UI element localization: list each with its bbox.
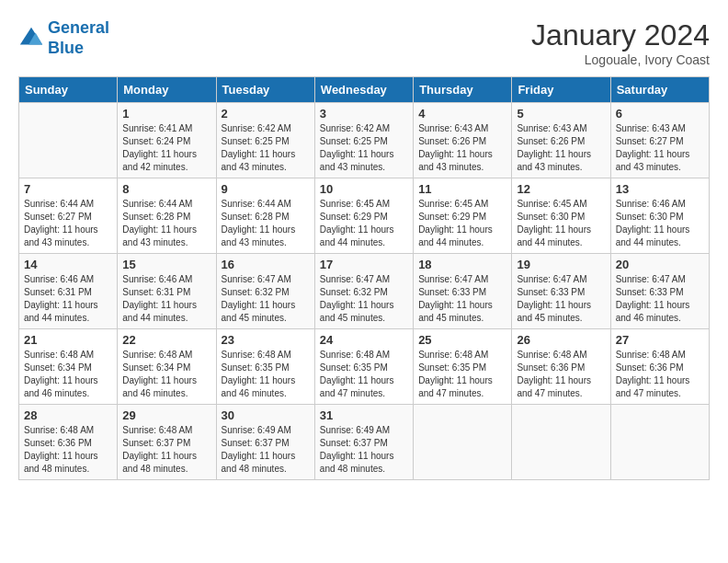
day-info: Sunrise: 6:42 AMSunset: 6:25 PMDaylight:…	[320, 122, 408, 174]
day-info: Sunrise: 6:48 AMSunset: 6:35 PMDaylight:…	[320, 349, 408, 400]
day-info: Sunrise: 6:49 AMSunset: 6:37 PMDaylight:…	[222, 424, 310, 476]
day-number: 15	[122, 258, 210, 271]
day-info: Sunrise: 6:45 AMSunset: 6:29 PMDaylight:…	[418, 198, 506, 249]
day-number: 19	[517, 258, 605, 271]
day-info: Sunrise: 6:48 AMSunset: 6:35 PMDaylight:…	[418, 349, 506, 400]
calendar-cell: 13Sunrise: 6:46 AMSunset: 6:30 PMDayligh…	[610, 178, 709, 254]
day-number: 23	[222, 333, 310, 347]
day-info: Sunrise: 6:47 AMSunset: 6:32 PMDaylight:…	[222, 273, 310, 325]
day-info: Sunrise: 6:48 AMSunset: 6:34 PMDaylight:…	[122, 349, 210, 400]
day-number: 28	[24, 408, 112, 422]
calendar-cell: 3Sunrise: 6:42 AMSunset: 6:25 PMDaylight…	[314, 103, 413, 178]
calendar-cell: 25Sunrise: 6:48 AMSunset: 6:35 PMDayligh…	[414, 329, 512, 405]
calendar-week-2: 7Sunrise: 6:44 AMSunset: 6:27 PMDaylight…	[19, 178, 710, 254]
weekday-header-row: SundayMondayTuesdayWednesdayThursdayFrid…	[19, 77, 710, 103]
day-info: Sunrise: 6:48 AMSunset: 6:36 PMDaylight:…	[616, 349, 704, 400]
day-info: Sunrise: 6:46 AMSunset: 6:31 PMDaylight:…	[24, 273, 112, 325]
day-info: Sunrise: 6:43 AMSunset: 6:26 PMDaylight:…	[517, 122, 605, 174]
day-info: Sunrise: 6:42 AMSunset: 6:25 PMDaylight:…	[222, 122, 310, 174]
weekday-header-monday: Monday	[118, 77, 216, 103]
page-header: General Blue January 2024 Logouale, Ivor…	[18, 18, 710, 67]
calendar-cell	[414, 405, 512, 480]
day-number: 18	[418, 258, 506, 271]
calendar-cell: 17Sunrise: 6:47 AMSunset: 6:32 PMDayligh…	[314, 254, 413, 329]
weekday-header-friday: Friday	[512, 77, 610, 103]
day-number: 17	[320, 258, 408, 271]
day-info: Sunrise: 6:43 AMSunset: 6:26 PMDaylight:…	[418, 122, 506, 174]
calendar-cell: 19Sunrise: 6:47 AMSunset: 6:33 PMDayligh…	[512, 254, 610, 329]
day-info: Sunrise: 6:47 AMSunset: 6:33 PMDaylight:…	[517, 273, 605, 325]
day-info: Sunrise: 6:43 AMSunset: 6:27 PMDaylight:…	[616, 122, 704, 174]
day-number: 31	[320, 408, 408, 422]
day-info: Sunrise: 6:45 AMSunset: 6:29 PMDaylight:…	[320, 198, 408, 249]
day-number: 10	[320, 182, 408, 196]
day-info: Sunrise: 6:44 AMSunset: 6:28 PMDaylight:…	[122, 198, 210, 249]
day-number: 7	[24, 182, 112, 196]
calendar-cell: 2Sunrise: 6:42 AMSunset: 6:25 PMDaylight…	[216, 103, 314, 178]
day-info: Sunrise: 6:48 AMSunset: 6:35 PMDaylight:…	[222, 349, 310, 400]
day-number: 30	[222, 408, 310, 422]
calendar-cell: 8Sunrise: 6:44 AMSunset: 6:28 PMDaylight…	[118, 178, 216, 254]
calendar-table: SundayMondayTuesdayWednesdayThursdayFrid…	[18, 76, 710, 480]
day-number: 12	[517, 182, 605, 196]
calendar-cell: 6Sunrise: 6:43 AMSunset: 6:27 PMDaylight…	[610, 103, 709, 178]
calendar-cell: 27Sunrise: 6:48 AMSunset: 6:36 PMDayligh…	[610, 329, 709, 405]
calendar-cell: 16Sunrise: 6:47 AMSunset: 6:32 PMDayligh…	[216, 254, 314, 329]
calendar-cell: 21Sunrise: 6:48 AMSunset: 6:34 PMDayligh…	[19, 329, 118, 405]
calendar-cell: 12Sunrise: 6:45 AMSunset: 6:30 PMDayligh…	[512, 178, 610, 254]
calendar-cell: 22Sunrise: 6:48 AMSunset: 6:34 PMDayligh…	[118, 329, 216, 405]
day-number: 22	[122, 333, 210, 347]
calendar-cell	[19, 103, 118, 178]
calendar-cell: 14Sunrise: 6:46 AMSunset: 6:31 PMDayligh…	[19, 254, 118, 329]
calendar-week-1: 1Sunrise: 6:41 AMSunset: 6:24 PMDaylight…	[19, 103, 710, 178]
weekday-header-tuesday: Tuesday	[216, 77, 314, 103]
calendar-cell: 15Sunrise: 6:46 AMSunset: 6:31 PMDayligh…	[118, 254, 216, 329]
day-number: 3	[320, 107, 408, 121]
day-info: Sunrise: 6:48 AMSunset: 6:34 PMDaylight:…	[24, 349, 112, 400]
day-info: Sunrise: 6:48 AMSunset: 6:36 PMDaylight:…	[517, 349, 605, 400]
day-info: Sunrise: 6:45 AMSunset: 6:30 PMDaylight:…	[517, 198, 605, 249]
day-number: 1	[122, 107, 210, 121]
logo-blue: Blue	[48, 39, 84, 57]
calendar-week-3: 14Sunrise: 6:46 AMSunset: 6:31 PMDayligh…	[19, 254, 710, 329]
day-number: 2	[222, 107, 310, 121]
day-info: Sunrise: 6:47 AMSunset: 6:33 PMDaylight:…	[616, 273, 704, 325]
calendar-cell: 9Sunrise: 6:44 AMSunset: 6:28 PMDaylight…	[216, 178, 314, 254]
day-number: 9	[222, 182, 310, 196]
month-title: January 2024	[531, 18, 710, 52]
day-number: 20	[616, 258, 704, 271]
calendar-cell: 28Sunrise: 6:48 AMSunset: 6:36 PMDayligh…	[19, 405, 118, 480]
day-info: Sunrise: 6:48 AMSunset: 6:36 PMDaylight:…	[24, 424, 112, 476]
calendar-cell: 20Sunrise: 6:47 AMSunset: 6:33 PMDayligh…	[610, 254, 709, 329]
day-number: 25	[418, 333, 506, 347]
calendar-cell: 31Sunrise: 6:49 AMSunset: 6:37 PMDayligh…	[314, 405, 413, 480]
day-info: Sunrise: 6:44 AMSunset: 6:28 PMDaylight:…	[222, 198, 310, 249]
day-info: Sunrise: 6:49 AMSunset: 6:37 PMDaylight:…	[320, 424, 408, 476]
calendar-week-4: 21Sunrise: 6:48 AMSunset: 6:34 PMDayligh…	[19, 329, 710, 405]
calendar-cell	[512, 405, 610, 480]
day-info: Sunrise: 6:46 AMSunset: 6:30 PMDaylight:…	[616, 198, 704, 249]
location-subtitle: Logouale, Ivory Coast	[531, 52, 710, 67]
day-number: 26	[517, 333, 605, 347]
calendar-cell: 30Sunrise: 6:49 AMSunset: 6:37 PMDayligh…	[216, 405, 314, 480]
logo-general: General	[48, 18, 109, 37]
day-number: 13	[616, 182, 704, 196]
weekday-header-sunday: Sunday	[19, 77, 118, 103]
weekday-header-thursday: Thursday	[414, 77, 512, 103]
day-number: 11	[418, 182, 506, 196]
weekday-header-wednesday: Wednesday	[314, 77, 413, 103]
calendar-cell	[610, 405, 709, 480]
calendar-week-5: 28Sunrise: 6:48 AMSunset: 6:36 PMDayligh…	[19, 405, 710, 480]
calendar-cell: 23Sunrise: 6:48 AMSunset: 6:35 PMDayligh…	[216, 329, 314, 405]
day-number: 16	[222, 258, 310, 271]
day-number: 21	[24, 333, 112, 347]
calendar-cell: 18Sunrise: 6:47 AMSunset: 6:33 PMDayligh…	[414, 254, 512, 329]
calendar-cell: 24Sunrise: 6:48 AMSunset: 6:35 PMDayligh…	[314, 329, 413, 405]
calendar-cell: 1Sunrise: 6:41 AMSunset: 6:24 PMDaylight…	[118, 103, 216, 178]
day-number: 29	[122, 408, 210, 422]
calendar-cell: 5Sunrise: 6:43 AMSunset: 6:26 PMDaylight…	[512, 103, 610, 178]
day-info: Sunrise: 6:41 AMSunset: 6:24 PMDaylight:…	[122, 122, 210, 174]
calendar-cell: 29Sunrise: 6:48 AMSunset: 6:37 PMDayligh…	[118, 405, 216, 480]
day-number: 27	[616, 333, 704, 347]
calendar-cell: 26Sunrise: 6:48 AMSunset: 6:36 PMDayligh…	[512, 329, 610, 405]
